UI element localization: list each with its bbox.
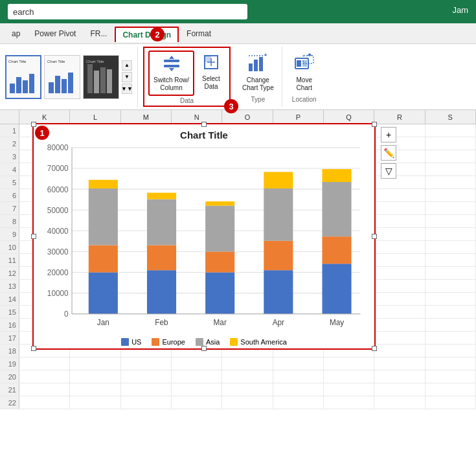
svg-text:60000: 60000	[47, 185, 69, 194]
bar-jan: Jan	[89, 180, 118, 328]
change-chart-type-icon	[247, 52, 268, 75]
switch-row-column-button[interactable]: Switch Row/Column	[148, 51, 194, 96]
svg-text:Feb: Feb	[155, 318, 168, 327]
row-num-header	[0, 110, 19, 124]
chart-plot-area: 0 10000 20000 30000 40000 50000 60000	[34, 142, 374, 335]
svg-text:70000: 70000	[47, 164, 69, 173]
chart-style-thumb-2[interactable]: Chart Title	[44, 55, 80, 99]
change-chart-type-button[interactable]: ChangeChart Type	[238, 49, 278, 95]
select-data-button[interactable]: SelectData	[197, 51, 225, 93]
type-group-label: Type	[251, 95, 266, 103]
legend-label-asia: Asia	[206, 338, 220, 346]
legend-swatch-asia	[196, 338, 203, 346]
chart-container[interactable]: + ✏️ ▽ Chart Title 0 10000 20000	[32, 123, 376, 350]
switch-row-col-label: Switch Row/Column	[153, 76, 189, 92]
svg-text:Apr: Apr	[273, 318, 284, 327]
svg-text:Mar: Mar	[214, 318, 227, 327]
tab-chart-design[interactable]: Chart Design	[115, 27, 179, 42]
svg-rect-0	[10, 84, 15, 93]
resize-handle-tl[interactable]	[31, 122, 36, 127]
ribbon-group-type: ChangeChart Type Type	[234, 47, 282, 107]
svg-rect-25	[297, 60, 301, 67]
svg-text:50000: 50000	[47, 205, 69, 214]
svg-marker-17	[169, 56, 174, 59]
ribbon-body: Chart Title Chart Title Chart Title	[0, 44, 476, 110]
col-header-M: M	[121, 110, 172, 124]
chart-svg: 0 10000 20000 30000 40000 50000 60000	[34, 142, 374, 335]
resize-handle-tc[interactable]	[201, 122, 207, 127]
thumb-scroll-expand[interactable]: ▼▼	[122, 84, 132, 94]
chart-title: Chart Title	[34, 124, 374, 142]
bar-may: May	[322, 169, 351, 327]
move-chart-button[interactable]: MoveChart	[290, 49, 319, 95]
svg-text:10000: 10000	[47, 289, 69, 298]
sheet-row-19: 19	[0, 358, 476, 370]
svg-rect-59	[205, 206, 234, 252]
thumb-scroll-up[interactable]: ▲	[122, 60, 132, 71]
chart-style-thumb-1[interactable]: Chart Title	[5, 55, 41, 99]
chart-float-buttons: + ✏️ ▽	[381, 127, 396, 179]
legend-swatch-us	[121, 338, 129, 346]
svg-rect-67	[322, 264, 351, 314]
tab-fr[interactable]: FR...	[84, 25, 113, 42]
svg-rect-12	[100, 67, 106, 93]
svg-rect-13	[107, 69, 112, 93]
legend-europe: Europe	[152, 338, 185, 346]
svg-rect-58	[205, 251, 234, 272]
col-header-L: L	[70, 110, 120, 124]
location-buttons-row: MoveChart	[290, 47, 319, 95]
chart-style-thumb-3[interactable]: Chart Title	[83, 55, 119, 99]
legend-label-south-america: South America	[240, 338, 287, 346]
svg-rect-70	[322, 169, 351, 182]
svg-rect-54	[147, 199, 176, 245]
tab-ap[interactable]: ap	[5, 25, 27, 42]
svg-rect-16	[164, 65, 179, 67]
move-chart-label: MoveChart	[297, 76, 312, 92]
svg-rect-53	[147, 245, 176, 270]
svg-text:Chart Title: Chart Title	[8, 60, 27, 63]
bar-feb: Feb	[147, 193, 176, 328]
tab-power-pivot[interactable]: Power Pivot	[28, 25, 82, 42]
resize-handle-tr[interactable]	[372, 122, 377, 127]
data-group-label: Data	[180, 96, 194, 104]
ribbon-group-data: Switch Row/Column SelectData Data 3	[143, 47, 231, 107]
svg-rect-7	[62, 79, 67, 93]
change-chart-type-label: ChangeChart Type	[242, 76, 274, 92]
svg-rect-10	[87, 64, 93, 93]
location-group-label: Location	[292, 95, 317, 103]
svg-rect-20	[205, 56, 211, 62]
svg-text:40000: 40000	[47, 227, 69, 236]
svg-text:20000: 20000	[47, 268, 69, 277]
legend-swatch-south-america	[230, 338, 238, 346]
search-input[interactable]	[8, 4, 247, 19]
svg-text:0: 0	[64, 310, 69, 319]
chart-styles-button[interactable]: ✏️	[381, 145, 396, 161]
sheet-row-20: 20	[0, 370, 476, 383]
svg-text:Jan: Jan	[97, 318, 109, 327]
svg-rect-21	[249, 63, 253, 71]
tab-format[interactable]: Format	[180, 25, 218, 42]
step-badge-1: 1	[35, 126, 49, 140]
resize-handle-br[interactable]	[372, 346, 377, 351]
svg-rect-5	[49, 82, 54, 93]
col-header-P: P	[273, 110, 324, 124]
sheet-row-21: 21	[0, 383, 476, 396]
chart-filters-button[interactable]: ▽	[381, 163, 396, 179]
svg-text:30000: 30000	[47, 247, 69, 256]
thumb-scroll-down[interactable]: ▼	[122, 72, 132, 82]
resize-handle-bl[interactable]	[31, 346, 36, 351]
bar-mar: Mar	[205, 201, 234, 328]
resize-handle-bc[interactable]	[201, 346, 207, 351]
legend-label-us: US	[131, 338, 141, 346]
svg-rect-6	[55, 76, 60, 93]
col-header-N: N	[172, 110, 222, 124]
ribbon-tabs: ap Power Pivot FR... Chart Design Format	[0, 23, 476, 44]
select-data-icon	[202, 53, 220, 74]
svg-rect-3	[29, 74, 34, 93]
svg-rect-60	[205, 201, 234, 206]
svg-text:80000: 80000	[47, 143, 69, 152]
svg-rect-49	[89, 188, 118, 245]
chart-elements-button[interactable]: +	[381, 127, 396, 142]
svg-rect-64	[264, 188, 293, 241]
svg-rect-47	[89, 273, 118, 314]
